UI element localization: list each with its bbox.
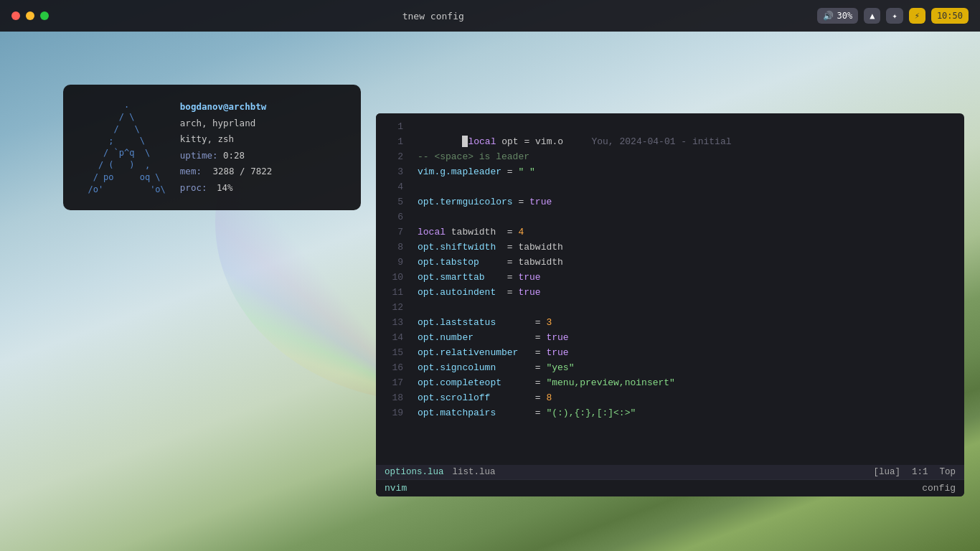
uptime-value: 0:28 [223,150,245,161]
status-scroll: Top [939,467,956,477]
bluetooth-indicator[interactable]: ✦ [886,8,903,24]
username: bogdanov@archbtw [180,101,266,112]
volume-value: 30% [837,11,852,21]
code-line-empty-2 [418,179,964,194]
line-num-3: 3 [376,164,403,179]
status-left: options.lua list.lua [385,467,496,477]
code-line-18: opt.scrolloff = 8 [418,390,964,405]
nvim-statusbar: options.lua list.lua [lua] 1:1 Top [376,465,964,479]
title-text: tnew config [402,11,464,22]
code-line-11: opt.autoindent = true [418,285,964,300]
volume-icon: 🔊 [823,11,834,21]
code-line-16: opt.signcolumn = "yes" [418,360,964,375]
line-num-13: 13 [376,315,403,330]
battery-icon: ⚡ [915,11,920,21]
line-num-19: 19 [376,405,403,420]
code-line-19: opt.matchpairs = "(:),{:},[:]<:>" [418,405,964,420]
status-list: list.lua [453,467,496,477]
code-line-17: opt.completeopt = "menu,preview,noinsert… [418,375,964,390]
uptime-label: uptime: [180,150,218,161]
neofetch-art: . / \ / \ ; \ / `p^q \ / ( ) , / po oq \… [77,99,166,196]
mem-value: 3288 / 7822 [212,166,272,176]
code-line-1: local opt = vim.o You, 2024-04-01 - init… [418,119,964,134]
code-line-14: opt.number = true [418,330,964,345]
neofetch-shell: kitty, zsh [180,131,272,148]
nvim-bottombar: nvim config [376,479,964,496]
line-num-17: 17 [376,375,403,390]
clock: 10:50 [931,8,969,24]
line-num-18: 18 [376,390,403,405]
neofetch-uptime: uptime: 0:28 [180,148,272,164]
mem-label: mem: [180,166,202,176]
clock-value: 10:50 [937,11,963,21]
status-position: 1:1 [912,467,928,477]
traffic-lights [11,11,49,20]
battery-indicator[interactable]: ⚡ [909,8,925,24]
neofetch-window: . / \ / \ ; \ / `p^q \ / ( ) , / po oq \… [63,85,361,210]
wifi-indicator[interactable]: ▲ [864,8,880,24]
line-num-6: 6 [376,209,403,225]
code-line-9: opt.tabstop = tabwidth [418,255,964,270]
code-line-8: opt.shiftwidth = tabwidth [418,240,964,255]
line-num-1b: 1 [376,134,403,149]
code-line-15: opt.relativenumber = true [418,345,964,360]
status-right: [lua] 1:1 Top [873,467,956,477]
code-line-13: opt.laststatus = 3 [418,315,964,330]
code-line-empty-4 [418,300,964,315]
line-num-14: 14 [376,330,403,345]
shell-value: kitty, zsh [180,133,234,144]
neofetch-user: bogdanov@archbtw [180,99,272,116]
code-line-empty-3 [418,209,964,225]
line-num-12: 12 [376,300,403,315]
wifi-icon: ▲ [870,11,875,21]
window-title: tnew config [49,11,817,22]
bluetooth-icon: ✦ [892,11,897,21]
code-line-10: opt.smarttab = true [418,270,964,285]
line-num-8: 8 [376,240,403,255]
os-value: arch, hyprland [180,118,255,128]
proc-value: 14% [217,182,233,193]
code-line-3: vim.g.mapleader = " " [418,164,964,179]
volume-indicator[interactable]: 🔊 30% [817,8,858,24]
maximize-button[interactable] [40,11,49,20]
neofetch-info: bogdanov@archbtw arch, hyprland kitty, z… [180,99,272,196]
taskbar: tnew config 🔊 30% ▲ ✦ ⚡ 10:50 [0,0,980,32]
line-num-1: 1 [376,119,403,134]
line-num-11: 11 [376,285,403,300]
line-num-15: 15 [376,345,403,360]
code-line-2: -- <space> is leader [418,149,964,164]
status-filetype: [lua] [873,467,900,477]
line-num-7: 7 [376,225,403,240]
line-num-16: 16 [376,360,403,375]
code-line-5: opt.termguicolors = true [418,194,964,209]
neofetch-os: arch, hyprland [180,116,272,132]
neofetch-mem: mem: 3288 / 7822 [180,164,272,180]
nvim-editor-body: 1 1 2 3 4 5 6 7 8 9 10 11 12 13 14 15 16… [376,113,964,465]
proc-label: proc: [180,182,207,193]
line-num-10: 10 [376,270,403,285]
line-num-2: 2 [376,149,403,164]
nvim-mode: nvim [385,483,407,494]
nvim-code-area: local opt = vim.o You, 2024-04-01 - init… [412,113,964,465]
neofetch-proc: proc: 14% [180,180,272,197]
nvim-window[interactable]: 1 1 2 3 4 5 6 7 8 9 10 11 12 13 14 15 16… [376,113,964,496]
nvim-gutter: 1 1 2 3 4 5 6 7 8 9 10 11 12 13 14 15 16… [376,113,412,465]
minimize-button[interactable] [26,11,34,20]
code-line-7: local tabwidth = 4 [418,225,964,240]
system-tray: 🔊 30% ▲ ✦ ⚡ 10:50 [817,8,969,24]
nvim-config-label: config [922,483,956,494]
git-blame: You, 2024-04-01 - initial [575,136,731,147]
line-num-5: 5 [376,194,403,209]
line-num-4: 4 [376,179,403,194]
line-num-9: 9 [376,255,403,270]
close-button[interactable] [11,11,20,20]
status-filename: options.lua [385,467,444,477]
